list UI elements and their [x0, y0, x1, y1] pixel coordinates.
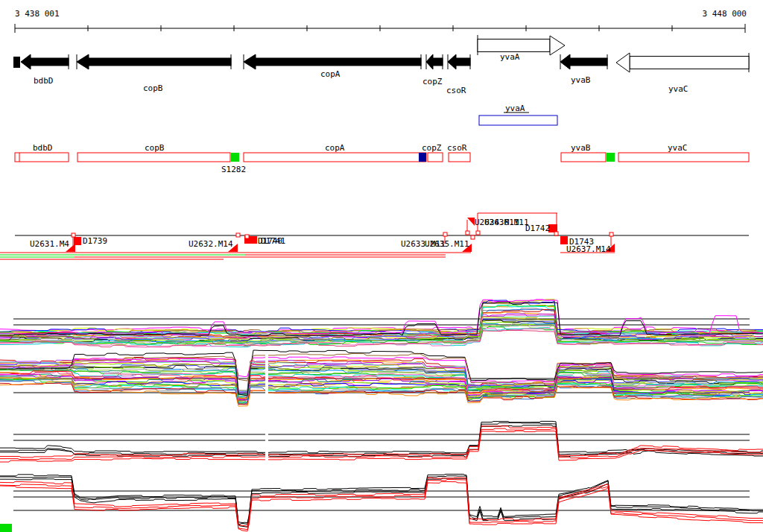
gene-label-yvaB[interactable]: yvaB	[571, 75, 591, 85]
segment-anchor-square	[245, 235, 249, 238]
gene-box-copA[interactable]	[244, 153, 426, 162]
marker-label-S1282[interactable]: S1282	[221, 165, 246, 174]
gene-box-copZ[interactable]	[428, 153, 443, 162]
missing-data-gap	[265, 352, 268, 463]
gene-box-track: bdbDcopBcopAcopZcsoRyvaByvaCS1282	[15, 143, 749, 174]
gene-box-csoR[interactable]	[449, 153, 470, 162]
segment-anchor-square	[466, 231, 469, 235]
gene-arrow-copA[interactable]	[244, 54, 421, 69]
segment-label-D1741[interactable]: D1741	[261, 236, 285, 246]
expression-line-band1	[0, 300, 763, 332]
gene-arrow-csoR[interactable]	[448, 54, 470, 69]
probe-yvaB-green[interactable]	[607, 153, 615, 162]
segment-anchor-square	[443, 232, 447, 236]
gene-body-bdbD[interactable]	[31, 58, 69, 66]
gene-body-copZ[interactable]	[433, 58, 443, 66]
probe-S1282[interactable]	[231, 153, 239, 162]
probe-segment-track: U2631.M4D1739U2632.M14D1740D1741U2633.M1…	[0, 213, 749, 259]
gene-box-yvaC[interactable]	[618, 153, 749, 162]
ruler-end-coordinate: 3 448 000	[702, 9, 747, 19]
coordinate-ruler: 3 438 001 3 448 000	[15, 9, 747, 33]
orf-box-yvaA[interactable]	[479, 115, 557, 125]
segment-flag[interactable]	[560, 236, 568, 244]
segment-label-U2632-M14[interactable]: U2632.M14	[189, 239, 233, 249]
gene-label-bdbD[interactable]: bdbD	[34, 76, 54, 86]
segment-label-U2636-M11[interactable]: U2636.M11	[484, 218, 529, 227]
gene-label-copZ[interactable]: copZ	[422, 77, 443, 86]
segment-label-U2631-M4[interactable]: U2631.M4	[30, 239, 69, 249]
gene-arrow-yvaB[interactable]	[560, 54, 607, 69]
genome-browser-view: 3 438 001 3 448 000 bdbDcopBcopAcopZcsoR…	[0, 0, 763, 532]
expression-outlier-band1	[0, 300, 763, 335]
gene-body-yvaB[interactable]	[570, 58, 607, 66]
gene-arrowhead-csoR[interactable]	[448, 54, 456, 69]
gene-arrow-yvaC[interactable]	[616, 53, 749, 72]
expression-line-band1	[0, 303, 763, 334]
gene-arrow-copB[interactable]	[77, 54, 231, 69]
segment-start-triangle	[467, 218, 475, 226]
corner-green-marker	[0, 524, 12, 532]
gene-body-copA[interactable]	[256, 58, 421, 66]
gene-arrowhead-copA[interactable]	[244, 54, 256, 69]
segment-anchor-square	[72, 233, 75, 237]
segment-anchor-square	[471, 235, 475, 239]
ruler-start-coordinate: 3 438 001	[15, 9, 60, 19]
gene-label-copA[interactable]: copA	[320, 69, 341, 79]
segment-anchor-square	[610, 232, 613, 236]
gene-label-copB[interactable]: copB	[143, 83, 163, 93]
orf-label-yvaA[interactable]: yvaA	[505, 104, 525, 113]
gene-body-yvaC[interactable]	[630, 57, 749, 69]
gene-arrow-yvaA[interactable]	[478, 36, 565, 55]
plot4-red-line	[0, 478, 763, 526]
plot4-black-line	[0, 478, 763, 527]
probe-copA-navy[interactable]	[419, 153, 426, 162]
gene-box-label-copZ[interactable]: copZ	[422, 143, 442, 153]
segment-anchor-square	[236, 233, 240, 237]
gene-arrowhead-copZ[interactable]	[426, 54, 433, 69]
gene-arrowhead-yvaA[interactable]	[550, 36, 565, 55]
segment-anchor-square	[554, 232, 558, 235]
plot4-red-line	[0, 480, 763, 530]
gene-box-label-copA[interactable]: copA	[325, 143, 345, 153]
gene-box-label-yvaB[interactable]: yvaB	[571, 143, 591, 153]
gene-box-yvaB[interactable]	[561, 153, 606, 162]
segment-label-U2635-M11[interactable]: U2635.M11	[425, 239, 469, 249]
gene-label-csoR[interactable]: csoR	[446, 86, 466, 95]
gene-arrowhead-yvaB[interactable]	[560, 54, 570, 69]
segment-flag[interactable]	[74, 237, 81, 245]
gene-arrow-bdbD[interactable]	[21, 54, 69, 69]
gene-box-copB[interactable]	[77, 153, 230, 162]
gene-arrowhead-yvaC[interactable]	[616, 53, 630, 72]
gene-box-label-copB[interactable]: copB	[145, 143, 165, 153]
segment-anchor-square	[476, 231, 480, 235]
gene-box-label-bdbD[interactable]: bdbD	[33, 143, 53, 153]
gene-fragment	[13, 57, 20, 68]
gene-body-csoR[interactable]	[456, 58, 470, 66]
gene-label-yvaC[interactable]: yvaC	[668, 84, 688, 94]
gene-arrow-copZ[interactable]	[426, 54, 443, 69]
gene-arrowhead-bdbD[interactable]	[21, 54, 31, 69]
segment-label-D1742[interactable]: D1742	[525, 224, 550, 233]
gene-arrow-track: bdbDcopBcopAcopZcsoRyvaAyvaByvaC	[13, 35, 749, 95]
gene-body-yvaA[interactable]	[478, 39, 550, 52]
gene-box-label-yvaC[interactable]: yvaC	[668, 143, 688, 153]
plot3-black-line	[0, 422, 763, 455]
gene-label-yvaA[interactable]: yvaA	[500, 52, 520, 62]
expression-plots	[0, 300, 763, 532]
gene-box-label-csoR[interactable]: csoR	[447, 143, 467, 153]
gene-body-copB[interactable]	[89, 58, 231, 66]
segment-label-D1739[interactable]: D1739	[83, 236, 107, 246]
plot3-red-line	[0, 431, 763, 462]
gene-arrowhead-copB[interactable]	[77, 54, 89, 69]
orf-track: yvaA	[479, 104, 557, 125]
gene-box-bdbD[interactable]	[15, 153, 69, 162]
genome-browser-canvas: 3 438 001 3 448 000 bdbDcopBcopAcopZcsoR…	[0, 0, 763, 532]
